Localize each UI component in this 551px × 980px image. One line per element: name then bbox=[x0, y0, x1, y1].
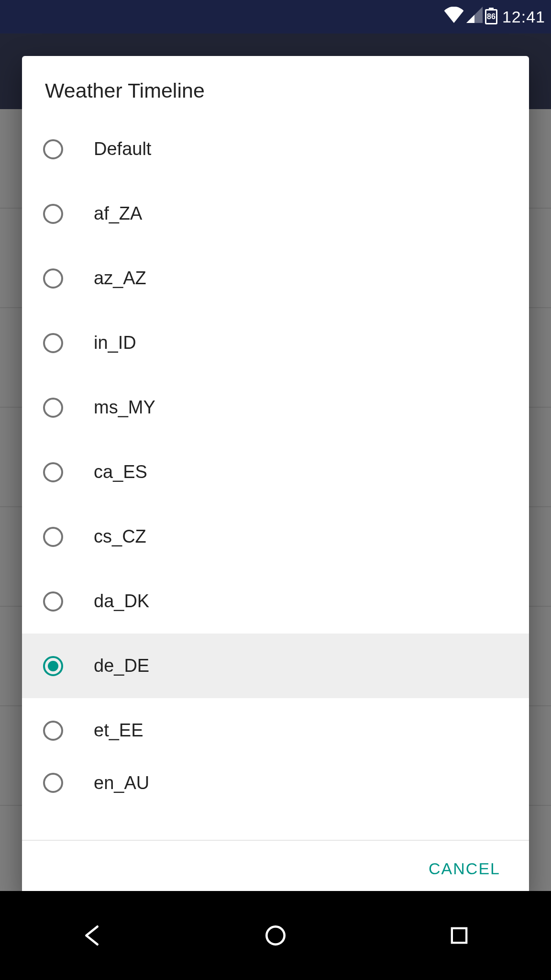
wifi-icon bbox=[444, 7, 464, 27]
radio-option-label: en_AU bbox=[94, 773, 149, 793]
battery-level-text: 86 bbox=[485, 9, 497, 24]
dialog-title: Weather Timeline bbox=[22, 56, 529, 117]
radio-option-et-ee[interactable]: et_EE bbox=[22, 698, 529, 763]
cell-signal-icon bbox=[466, 7, 483, 27]
radio-icon bbox=[43, 721, 63, 741]
radio-option-ms-my[interactable]: ms_MY bbox=[22, 375, 529, 440]
cancel-button[interactable]: CANCEL bbox=[415, 850, 514, 888]
android-nav-bar bbox=[0, 891, 551, 980]
radio-option-da-dk[interactable]: da_DK bbox=[22, 569, 529, 634]
status-icons: 86 12:41 bbox=[444, 7, 545, 27]
radio-option-in-id[interactable]: in_ID bbox=[22, 311, 529, 375]
radio-icon bbox=[43, 139, 63, 159]
radio-option-label: az_AZ bbox=[94, 268, 146, 289]
recents-button[interactable] bbox=[445, 921, 474, 950]
radio-icon bbox=[43, 527, 63, 547]
radio-icon bbox=[43, 268, 63, 289]
radio-option-label: da_DK bbox=[94, 591, 149, 612]
radio-option-en-au[interactable]: en_AU bbox=[22, 763, 529, 803]
screen: 86 12:41 Weather Timeline Default af_ZA bbox=[0, 0, 551, 980]
radio-icon bbox=[43, 656, 63, 676]
radio-option-label: et_EE bbox=[94, 720, 143, 741]
battery-icon: 86 bbox=[485, 9, 497, 24]
status-bar: 86 12:41 bbox=[0, 0, 551, 33]
back-button[interactable] bbox=[77, 921, 106, 950]
radio-option-de-de[interactable]: de_DE bbox=[22, 634, 529, 698]
radio-option-ca-es[interactable]: ca_ES bbox=[22, 440, 529, 504]
radio-option-label: cs_CZ bbox=[94, 526, 146, 547]
radio-option-af-za[interactable]: af_ZA bbox=[22, 181, 529, 246]
radio-option-cs-cz[interactable]: cs_CZ bbox=[22, 504, 529, 569]
radio-option-az-az[interactable]: az_AZ bbox=[22, 246, 529, 311]
svg-rect-1 bbox=[452, 928, 466, 943]
radio-option-default[interactable]: Default bbox=[22, 117, 529, 181]
dialog-actions: CANCEL bbox=[22, 841, 529, 896]
clock-time: 12:41 bbox=[502, 8, 545, 26]
radio-icon bbox=[43, 333, 63, 353]
radio-option-label: de_DE bbox=[94, 656, 149, 676]
svg-point-0 bbox=[266, 926, 284, 944]
radio-icon bbox=[43, 462, 63, 482]
radio-icon bbox=[43, 773, 63, 793]
radio-option-label: ms_MY bbox=[94, 397, 155, 418]
radio-option-label: Default bbox=[94, 139, 151, 159]
language-dialog: Weather Timeline Default af_ZA az_AZ in_… bbox=[22, 56, 529, 896]
radio-option-label: af_ZA bbox=[94, 203, 142, 224]
radio-icon bbox=[43, 398, 63, 418]
home-button[interactable] bbox=[261, 921, 290, 950]
radio-icon bbox=[43, 591, 63, 612]
radio-option-label: ca_ES bbox=[94, 462, 147, 482]
radio-option-label: in_ID bbox=[94, 333, 136, 353]
radio-icon bbox=[43, 204, 63, 224]
dialog-options-list[interactable]: Default af_ZA az_AZ in_ID ms_MY ca_ES bbox=[22, 117, 529, 841]
